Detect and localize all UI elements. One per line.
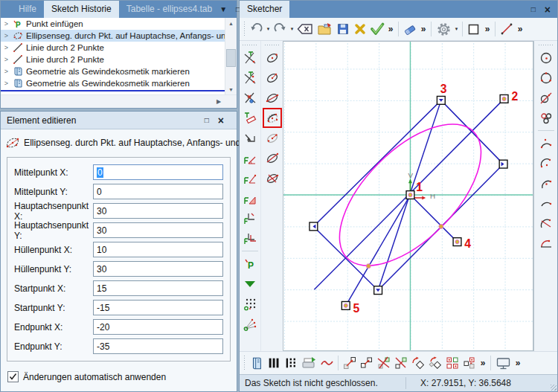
tab-dropdown-icon[interactable]: ▼ [219,6,227,13]
overflow-icon[interactable]: » [513,358,523,368]
delete-button[interactable] [295,20,315,38]
move-point-button[interactable] [341,354,358,372]
maximize-icon[interactable]: □ [205,117,209,124]
corner-constraint-button[interactable] [240,208,260,228]
bars-view-button[interactable] [265,354,282,372]
toolbar-drag-handle[interactable] [243,22,246,36]
bars-dashed-view-button[interactable] [282,354,299,372]
delete-element-button[interactable] [375,354,392,372]
plot-button[interactable] [299,354,318,372]
angle-constraint-button[interactable] [240,148,260,168]
ellipse-segment-2-tool-button[interactable] [263,128,282,148]
mittelpunkt-x-input[interactable]: 0 [93,164,223,180]
history-item-selected[interactable]: > Ellipsenseg. durch Pkt. auf Hauptachse… [1,30,225,42]
overflow-icon[interactable]: » [482,24,493,34]
rotate-element-button[interactable] [409,354,426,372]
resize-grip[interactable] [551,385,557,391]
cancel-button[interactable] [351,20,368,38]
arc-3-tool-button[interactable] [536,173,556,193]
apply-button[interactable] [368,20,385,38]
history-horizontal-scrollbar[interactable]: ▶ [1,94,237,108]
hauptachsenpunkt-y-input[interactable] [93,222,223,238]
arc-crossed-tool-button[interactable] [536,213,556,234]
tab-sketcher[interactable]: Sketcher [240,1,289,18]
huellenpunkt-y-input[interactable] [93,261,223,277]
save-button[interactable] [334,20,351,38]
ellipse-tool-button[interactable] [263,48,282,68]
circle-tangent-tool-button[interactable] [536,88,556,108]
mittelpunkt-y-input[interactable] [93,184,223,199]
startpunkt-y-input[interactable] [93,300,223,315]
arc-tangent-tool-button[interactable] [536,234,556,254]
circle-points-tool-button[interactable] [536,68,556,88]
insert-point-button[interactable]: P [240,254,260,274]
rectangle-tool-button[interactable] [465,20,482,38]
thread-view-button[interactable] [248,354,265,372]
maximize-icon[interactable]: □ [531,6,536,13]
load-button[interactable] [315,20,334,38]
redo-dropdown-icon[interactable]: ▾ [289,26,295,32]
ellipse-crossed-tool-button[interactable] [263,168,282,188]
point-grid-button[interactable] [240,294,260,314]
freehand-button[interactable] [318,354,336,372]
toolbar-drag-handle[interactable] [243,43,257,47]
history-vertical-scrollbar[interactable]: ▲ ▼ [225,18,237,94]
hauptachsenpunkt-x-input[interactable] [93,203,223,219]
pattern-grid-2-button[interactable] [461,354,478,372]
tab-tabelle[interactable]: Tabelle - ellipses4.tab [119,1,219,18]
scroll-down-icon[interactable]: ▼ [226,84,236,94]
arc-tool-button[interactable] [536,133,556,153]
expander-icon[interactable]: > [1,44,12,51]
undo-dropdown-icon[interactable]: ▾ [265,26,272,32]
copy-point-button[interactable] [358,354,375,372]
history-item[interactable]: > Linie durch 2 Punkte [1,54,225,65]
overflow-icon[interactable]: » [515,24,525,34]
huellenpunkt-x-input[interactable] [93,242,223,257]
screen-view-button[interactable] [493,354,513,372]
overflow-icon[interactable]: » [478,358,488,368]
trim-point-button[interactable] [240,88,260,108]
scroll-thumb[interactable] [226,49,236,67]
delete-element-2-button[interactable] [392,354,409,372]
history-item[interactable]: > Linie durch 2 Punkte [1,42,225,54]
toolbar-drag-handle[interactable] [539,43,554,47]
ellipse-segment-tool-button[interactable] [263,108,282,128]
trim-tool-2-button[interactable] [240,68,260,88]
arc-4-tool-button[interactable] [536,193,556,213]
three-circles-tool-button[interactable] [536,108,556,128]
close-icon[interactable]: × [218,115,224,126]
hatch-tool-button[interactable] [240,108,260,128]
angle-constraint-2-button[interactable] [240,168,260,188]
history-position-marker[interactable] [1,90,225,91]
history-item[interactable]: > Geometrie als Gewindekosmetik markiere… [1,77,225,89]
ellipse-point-tool-button[interactable] [263,68,282,88]
corner-constraint-2-button[interactable] [240,228,260,248]
ellipse-tangent-tool-button[interactable] [263,148,282,168]
history-item[interactable]: > P Punkt einfügen [1,18,225,30]
endpunkt-x-input[interactable] [93,319,223,335]
history-item[interactable]: > Geometrie als Gewindekosmetik markiere… [1,65,225,77]
tab-hilfe[interactable]: Hilfe [11,1,44,18]
rotate-copy-button[interactable] [426,354,443,372]
collapse-button[interactable] [240,274,260,294]
undo-button[interactable] [248,20,265,38]
sketch-canvas[interactable]: V H [283,41,533,351]
eraser-button[interactable] [401,20,418,38]
tab-sketch-historie[interactable]: Sketch Historie [44,1,119,18]
toolbar-drag-handle[interactable] [265,43,280,47]
overflow-icon[interactable]: » [385,24,396,34]
expander-icon[interactable]: > [1,20,12,28]
line-tool-button[interactable] [498,20,515,38]
auto-apply-checkbox[interactable] [7,371,19,382]
point-spray-button[interactable] [240,314,260,334]
scroll-right-icon[interactable]: ▶ [213,96,225,107]
endpunkt-y-input[interactable] [93,338,223,354]
redo-button[interactable] [272,20,289,38]
pattern-grid-button[interactable] [443,354,461,372]
scroll-up-icon[interactable]: ▲ [226,18,236,28]
startpunkt-x-input[interactable] [93,280,223,296]
close-icon[interactable]: × [545,4,551,15]
expander-icon[interactable]: > [1,80,12,87]
ellipse-axis-tool-button[interactable] [263,88,282,108]
corner-tool-button[interactable] [240,128,260,148]
